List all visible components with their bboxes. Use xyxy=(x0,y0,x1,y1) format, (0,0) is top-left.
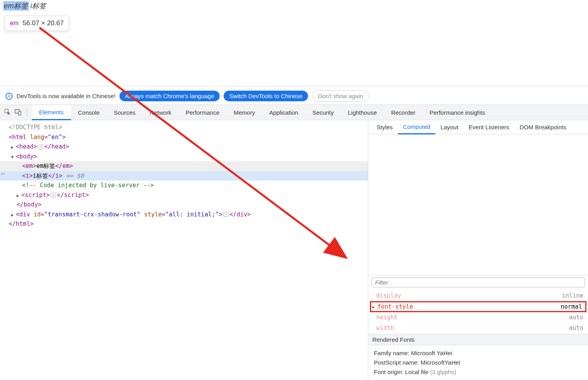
banner-message: DevTools is now available in Chinese! xyxy=(17,93,116,99)
tab-performance[interactable]: Performance xyxy=(179,105,227,120)
always-match-button[interactable]: Always match Chrome's language xyxy=(119,91,220,101)
dom-html-close[interactable]: </html> xyxy=(0,219,368,229)
em-element-highlighted[interactable]: em标签 xyxy=(3,1,29,11)
tab-security[interactable]: Security xyxy=(305,105,341,120)
dom-tree[interactable]: ⋯ <!DOCTYPE html> <html lang="en"> ▶<hea… xyxy=(0,120,368,380)
dont-show-button[interactable]: Don't show again xyxy=(312,90,369,102)
property-list: displayinline▶font-stylenormalheightauto… xyxy=(368,290,588,334)
ellipsis-icon[interactable]: ⋯ xyxy=(223,212,229,217)
prop-value: inline xyxy=(562,291,583,300)
subtab-styles[interactable]: Styles xyxy=(371,120,398,134)
dom-i-element-selected[interactable]: <i>i标签</i> == $0 xyxy=(0,171,368,181)
tab-memory[interactable]: Memory xyxy=(227,105,262,120)
info-icon: i xyxy=(6,93,13,100)
expand-icon[interactable]: ▶ xyxy=(17,193,21,199)
dom-comment[interactable]: <!-- Code injected by live-server --> xyxy=(0,181,368,190)
styles-pane: StylesComputedLayoutEvent ListenersDOM B… xyxy=(368,120,588,380)
tab-lighthouse[interactable]: Lighthouse xyxy=(341,105,384,120)
dom-body-close[interactable]: </body> xyxy=(0,200,368,210)
prop-name: display xyxy=(376,291,401,300)
element-tooltip: em 56.07 × 20.67 xyxy=(5,16,69,31)
ellipsis-icon[interactable]: ⋯ xyxy=(38,145,43,149)
prop-name: height xyxy=(376,313,398,322)
dom-em-element[interactable]: <em>em标签</em> xyxy=(0,161,368,171)
prop-name: width xyxy=(376,324,394,333)
prop-value: auto xyxy=(569,313,583,322)
tab-console[interactable]: Console xyxy=(71,105,107,120)
rendered-fonts-header: Rendered Fonts xyxy=(368,334,588,345)
ellipsis-icon[interactable]: ⋯ xyxy=(50,193,56,197)
tab-application[interactable]: Application xyxy=(262,105,305,120)
expand-icon[interactable]: ▶ xyxy=(372,304,375,310)
gutter-dots-icon: ⋯ xyxy=(1,170,4,177)
dom-head[interactable]: ▶<head>⋯</head> xyxy=(0,142,368,152)
tab-performance-insights[interactable]: Performance insights xyxy=(422,105,492,120)
dom-div-shadow[interactable]: ▶<div id="transmart-crx-shadow-root" sty… xyxy=(0,210,368,220)
tab-sources[interactable]: Sources xyxy=(107,105,143,120)
prop-name: font-style xyxy=(377,302,413,311)
computed-box-area xyxy=(368,134,588,275)
tab-elements[interactable]: Elements xyxy=(32,105,71,120)
subtab-dom-breakpoints[interactable]: DOM Breakpoints xyxy=(515,120,571,134)
i-element[interactable]: i标签 xyxy=(30,1,46,11)
device-toggle-icon[interactable] xyxy=(14,108,22,116)
filter-input[interactable] xyxy=(371,278,585,287)
prop-value: normal xyxy=(561,302,582,311)
prop-display[interactable]: displayinline xyxy=(368,291,588,301)
expand-icon[interactable]: ▶ xyxy=(11,212,15,219)
switch-chinese-button[interactable]: Switch DevTools to Chinese xyxy=(224,91,308,101)
tooltip-tag-name: em xyxy=(10,20,19,27)
subtab-event-listeners[interactable]: Event Listeners xyxy=(463,120,514,134)
subtab-layout[interactable]: Layout xyxy=(435,120,463,134)
tooltip-dimensions: 56.07 × 20.67 xyxy=(22,19,63,27)
devtools-toolbar: ElementsConsoleSourcesNetworkPerformance… xyxy=(0,104,588,120)
toolbar-separator xyxy=(27,108,27,117)
collapse-icon[interactable]: ▼ xyxy=(11,154,15,161)
inspect-icon[interactable] xyxy=(4,108,12,116)
prop-font-style[interactable]: ▶font-stylenormal xyxy=(370,301,586,313)
prop-height[interactable]: heightauto xyxy=(368,312,588,323)
tab-recorder[interactable]: Recorder xyxy=(384,105,423,120)
expand-icon[interactable]: ▶ xyxy=(11,144,15,151)
page-render-area: em标签 i标签 xyxy=(0,0,588,12)
dom-script[interactable]: ▶<script>⋯</script> xyxy=(0,190,368,200)
tab-network[interactable]: Network xyxy=(143,105,179,120)
svg-rect-4 xyxy=(19,111,21,115)
dom-body-open[interactable]: ▼<body> xyxy=(0,152,368,162)
prop-width[interactable]: widthauto xyxy=(368,323,588,333)
prop-value: auto xyxy=(569,324,583,333)
computed-properties: displayinline▶font-stylenormalheightauto… xyxy=(368,275,588,380)
dom-doctype[interactable]: <!DOCTYPE html> xyxy=(0,123,368,132)
language-banner: i DevTools is now available in Chinese! … xyxy=(0,86,588,106)
main-panel: ⋯ <!DOCTYPE html> <html lang="en"> ▶<hea… xyxy=(0,120,588,380)
font-details: Family name: Microsoft YaHei PostScript … xyxy=(368,345,588,380)
dom-html-open[interactable]: <html lang="en"> xyxy=(0,132,368,142)
styles-subtabs: StylesComputedLayoutEvent ListenersDOM B… xyxy=(368,120,588,134)
subtab-computed[interactable]: Computed xyxy=(398,121,435,134)
main-tabs: ElementsConsoleSourcesNetworkPerformance… xyxy=(32,105,492,120)
